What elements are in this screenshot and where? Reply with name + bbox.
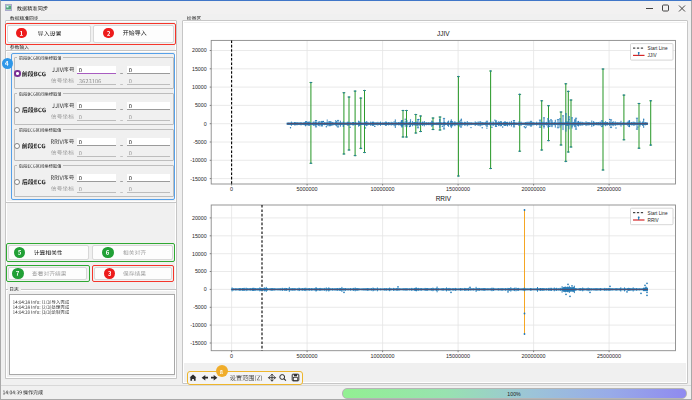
svg-text:10000: 10000 <box>192 84 207 90</box>
svg-text:20000: 20000 <box>192 47 207 53</box>
svg-text:RRIV: RRIV <box>436 195 452 202</box>
svg-text:5000000: 5000000 <box>297 353 318 359</box>
svg-text:15000000: 15000000 <box>446 353 470 359</box>
svg-text:0: 0 <box>204 286 207 292</box>
svg-text:20000: 20000 <box>192 215 207 221</box>
svg-text:10000000: 10000000 <box>371 353 395 359</box>
svg-text:Start Line: Start Line <box>648 46 668 51</box>
svg-text:25000000: 25000000 <box>597 186 621 192</box>
svg-text:-15000: -15000 <box>190 340 207 346</box>
svg-text:Start Line: Start Line <box>648 211 668 216</box>
svg-text:RRIV: RRIV <box>648 218 660 223</box>
svg-text:10000: 10000 <box>192 251 207 257</box>
svg-text:20000000: 20000000 <box>522 353 546 359</box>
svg-text:15000: 15000 <box>192 233 207 239</box>
svg-text:-10000: -10000 <box>190 322 207 328</box>
svg-text:-15000: -15000 <box>190 176 207 182</box>
svg-text:-10000: -10000 <box>190 157 207 163</box>
svg-text:0: 0 <box>230 353 233 359</box>
svg-text:0: 0 <box>204 121 207 127</box>
svg-text:JJIV: JJIV <box>437 30 450 37</box>
svg-text:15000000: 15000000 <box>446 186 470 192</box>
svg-text:15000: 15000 <box>192 66 207 72</box>
svg-text:5000000: 5000000 <box>297 186 318 192</box>
svg-text:-5000: -5000 <box>193 304 207 310</box>
svg-text:20000000: 20000000 <box>522 186 546 192</box>
svg-text:-5000: -5000 <box>193 139 207 145</box>
svg-text:10000000: 10000000 <box>371 186 395 192</box>
svg-text:JJIV: JJIV <box>648 53 658 58</box>
svg-text:5000: 5000 <box>195 102 207 108</box>
svg-text:5000: 5000 <box>195 268 207 274</box>
svg-text:0: 0 <box>230 186 233 192</box>
svg-text:25000000: 25000000 <box>597 353 621 359</box>
